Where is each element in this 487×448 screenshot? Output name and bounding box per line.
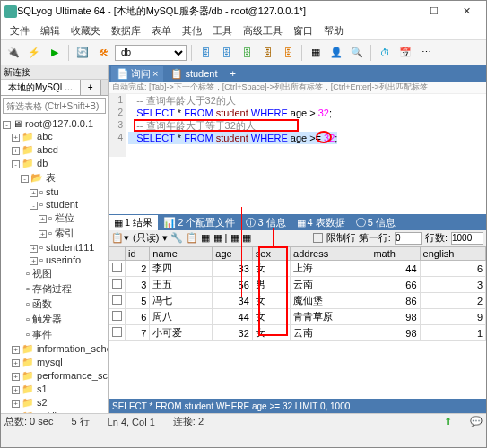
- tree-node[interactable]: +📁 information_schema: [3, 342, 106, 356]
- tree-node[interactable]: -📂 表: [3, 170, 106, 185]
- menu-edit[interactable]: 编辑: [35, 24, 65, 38]
- table-row[interactable]: 2李四33女上海446: [109, 261, 486, 277]
- close-button[interactable]: ✕: [450, 2, 483, 22]
- window-title: SQLyog Ultimate 64 - [本地的MySQL服务器/db - r…: [17, 4, 386, 18]
- search-icon[interactable]: 🔍: [348, 44, 366, 62]
- tree-node[interactable]: +▫ stu: [3, 185, 106, 198]
- tree-node[interactable]: +▫ student111: [3, 241, 106, 254]
- tool-icon[interactable]: 🛠: [94, 44, 112, 62]
- tree-node[interactable]: -▫ student: [3, 198, 106, 211]
- db-icon[interactable]: 🗄: [196, 44, 214, 62]
- refresh-icon[interactable]: 🔄: [74, 44, 91, 62]
- col-header[interactable]: id: [126, 247, 150, 261]
- object-tree[interactable]: -🖥 root@127.0.0.1+📁 abc+📁 abcd-📁 db-📂 表+…: [1, 116, 108, 413]
- footer: 总数: 0 sec 5 行 Ln 4, Col 1 连接: 2 ⬆ 💬: [1, 413, 486, 429]
- status-bar: SELECT * FROM student WHERE age >= 32 LI…: [109, 399, 486, 413]
- rtab-profile[interactable]: 📊 2 个配置文件: [158, 215, 240, 230]
- run-icon[interactable]: ▶: [46, 44, 64, 62]
- tree-node[interactable]: ▫ 触发器: [3, 312, 106, 327]
- result-controls: 📋▾(只读) ▾ 🔧 📋 ▦ ▦ | ▦ ▦ 限制行 第一行: 行数:: [109, 230, 486, 246]
- tree-node[interactable]: +▫ 栏位: [3, 211, 106, 226]
- tree-node[interactable]: +📁 abcd: [3, 143, 106, 157]
- cal-icon[interactable]: 📅: [396, 44, 414, 62]
- conn-tab[interactable]: 本地的MySQL...: [1, 80, 81, 95]
- tree-node[interactable]: +▫ userinfo: [3, 254, 106, 266]
- col-header[interactable]: age: [213, 247, 252, 261]
- cursor-pos: Ln 4, Col 1: [108, 417, 155, 427]
- rtab-result[interactable]: ▦ 1 结果: [109, 215, 158, 230]
- tree-node[interactable]: +▫ 索引: [3, 226, 106, 241]
- tree-node[interactable]: -📁 db: [3, 157, 106, 170]
- menu-adv[interactable]: 高级工具: [238, 24, 288, 38]
- filter-input[interactable]: [3, 98, 106, 114]
- add-tab[interactable]: +: [81, 80, 101, 95]
- user-icon[interactable]: 👤: [327, 44, 345, 62]
- table-row[interactable]: 5冯七34女魔仙堡862: [109, 293, 486, 309]
- col-header[interactable]: sex: [252, 247, 290, 261]
- chat-icon[interactable]: 💬: [470, 416, 483, 427]
- col-header[interactable]: [109, 247, 126, 261]
- grid-icon[interactable]: ▦: [307, 44, 325, 62]
- result-tabs: ▦ 1 结果 📊 2 个配置文件 ⓘ 3 信息 ▦ 4 表数据 ⓘ 5 信息: [109, 214, 486, 230]
- execute-icon[interactable]: ⚡: [25, 44, 43, 62]
- tree-node[interactable]: ▫ 事件: [3, 327, 106, 342]
- table-row[interactable]: 6周八44女青青草原989: [109, 309, 486, 325]
- tree-node[interactable]: ▫ 存储过程: [3, 281, 106, 297]
- limit-checkbox[interactable]: [313, 233, 323, 243]
- query-tabs: 📄 询问 × 📋 student +: [109, 65, 486, 82]
- rtab-info2[interactable]: ⓘ 5 信息: [351, 215, 401, 230]
- tree-node[interactable]: +📁 s1: [3, 383, 106, 396]
- menu-window[interactable]: 窗口: [288, 24, 318, 38]
- tab-query[interactable]: 📄 询问 ×: [111, 66, 163, 82]
- sidebar: 新连接 本地的MySQL...+ -🖥 root@127.0.0.1+📁 abc…: [1, 65, 109, 413]
- result-grid[interactable]: idnameagesexaddressmathenglish2李四33女上海44…: [109, 246, 486, 341]
- tree-node[interactable]: ▫ 视图: [3, 266, 106, 281]
- tree-node[interactable]: +📁 s2: [3, 396, 106, 409]
- titlebar: SQLyog Ultimate 64 - [本地的MySQL服务器/db - r…: [1, 1, 486, 22]
- tree-node[interactable]: -🖥 root@127.0.0.1: [3, 117, 106, 130]
- tree-node[interactable]: +📁 abc: [3, 130, 106, 143]
- db2-icon[interactable]: 🗄: [217, 44, 235, 62]
- total-time: 总数: 0 sec: [4, 415, 53, 428]
- db-selector[interactable]: db: [115, 45, 187, 61]
- menu-other[interactable]: 其他: [177, 24, 207, 38]
- table-row[interactable]: 7小可爱32女云南981: [109, 325, 486, 341]
- menu-db[interactable]: 数据库: [106, 24, 146, 38]
- minimize-button[interactable]: —: [386, 2, 418, 22]
- autocomplete-hint: 自动完成: [Tab]->下一个标签，[Ctrl+Space]->列出所有标签，…: [109, 82, 486, 94]
- menu-tools[interactable]: 工具: [207, 24, 238, 38]
- tree-node[interactable]: +📁 mysql: [3, 356, 106, 369]
- new-conn-icon[interactable]: 🔌: [4, 44, 22, 62]
- col-header[interactable]: address: [291, 247, 370, 261]
- db4-icon[interactable]: 🗄: [258, 44, 276, 62]
- menu-file[interactable]: 文件: [4, 24, 35, 38]
- row-count: 5 行: [71, 415, 89, 428]
- col-header[interactable]: math: [370, 247, 420, 261]
- tree-node[interactable]: +📁 sakila: [3, 409, 106, 413]
- app-icon: [4, 5, 17, 18]
- tree-node[interactable]: ▫ 函数: [3, 297, 106, 312]
- col-header[interactable]: english: [420, 247, 485, 261]
- row-count-input[interactable]: [451, 232, 483, 245]
- toolbar: 🔌 ⚡ ▶ 🔄 🛠 db 🗄 🗄 🗄 🗄 🗄 ▦ 👤 🔍 ⏱ 📅 ⋯: [1, 40, 486, 65]
- upgrade-icon[interactable]: ⬆: [444, 416, 452, 427]
- col-header[interactable]: name: [150, 247, 213, 261]
- menu-fav[interactable]: 收藏夹: [65, 24, 106, 38]
- readonly-label: (只读): [133, 231, 159, 245]
- more-icon[interactable]: ⋯: [417, 44, 435, 62]
- menu-table[interactable]: 表单: [146, 24, 177, 38]
- tab-add[interactable]: +: [225, 67, 241, 80]
- first-row-input[interactable]: [395, 232, 422, 245]
- clock-icon[interactable]: ⏱: [376, 44, 394, 62]
- db3-icon[interactable]: 🗄: [238, 44, 256, 62]
- table-row[interactable]: 3王五56男云南663: [109, 277, 486, 293]
- sql-editor[interactable]: 1234 -- 查询年龄大于32的人 SELECT * FROM student…: [109, 94, 486, 157]
- maximize-button[interactable]: ☐: [418, 2, 450, 22]
- menu-help[interactable]: 帮助: [318, 24, 349, 38]
- db5-icon[interactable]: 🗄: [279, 44, 297, 62]
- tab-student[interactable]: 📋 student: [165, 67, 222, 81]
- conn-count: 连接: 2: [173, 415, 204, 428]
- rtab-info[interactable]: ⓘ 3 信息: [240, 215, 291, 230]
- rtab-data[interactable]: ▦ 4 表数据: [291, 215, 351, 230]
- tree-node[interactable]: +📁 performance_schema: [3, 369, 106, 383]
